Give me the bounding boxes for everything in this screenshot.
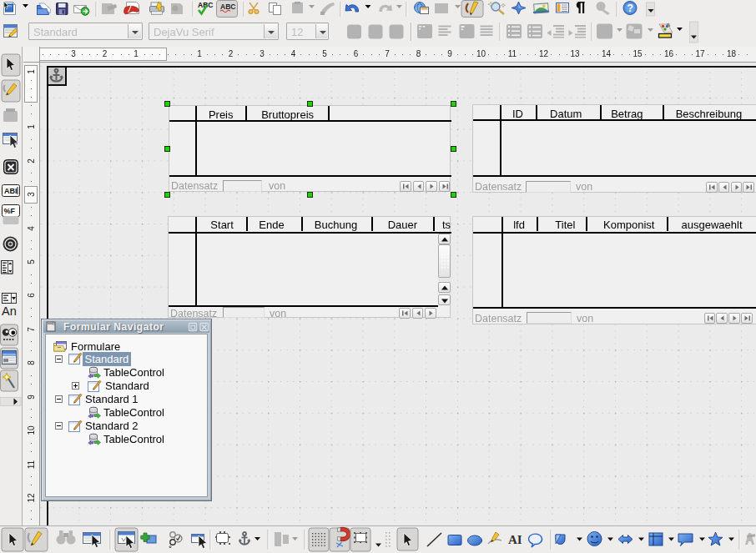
svg-text:ABI: ABI — [4, 187, 18, 195]
svg-text:An: An — [2, 304, 17, 318]
svg-text:?: ? — [627, 3, 633, 14]
svg-text:ABC: ABC — [220, 3, 235, 11]
svg-text:%F: %F — [4, 207, 16, 215]
svg-text:AI: AI — [508, 533, 522, 546]
